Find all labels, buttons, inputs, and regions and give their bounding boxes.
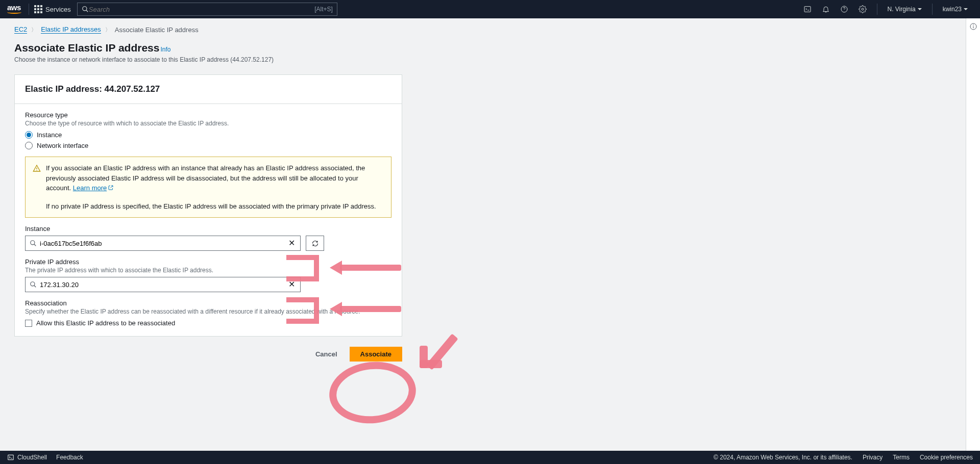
region-selector[interactable]: N. Virginia	[883, 6, 927, 13]
radio-label: Instance	[37, 131, 62, 139]
chevron-down-icon	[964, 8, 968, 10]
private-ip-field[interactable]	[40, 281, 287, 289]
reassociation-hint: Specify whether the Elastic IP address c…	[25, 308, 391, 315]
terms-link[interactable]: Terms	[893, 454, 910, 461]
settings-icon[interactable]	[853, 0, 872, 18]
reassociation-label: Reassociation	[25, 299, 391, 307]
info-link[interactable]: Info	[160, 46, 170, 53]
svg-point-8	[31, 282, 35, 286]
checkbox-label: Allow this Elastic IP address to be reas…	[36, 319, 175, 327]
panel: Elastic IP address: 44.207.52.127 Resour…	[14, 74, 402, 337]
alert-text-2: If no private IP address is specified, t…	[46, 201, 384, 212]
private-ip-label: Private IP address	[25, 258, 391, 266]
breadcrumb-current: Associate Elastic IP address	[115, 26, 199, 34]
cancel-button[interactable]: Cancel	[310, 347, 342, 361]
svg-rect-2	[804, 7, 811, 12]
svg-point-12	[973, 25, 973, 25]
radio-label: Network interface	[37, 142, 88, 149]
divider	[932, 4, 933, 15]
external-link-icon	[108, 185, 114, 191]
panel-header: Elastic IP address: 44.207.52.127	[15, 75, 402, 104]
breadcrumb-ec2[interactable]: EC2	[14, 25, 27, 34]
services-label: Services	[45, 6, 71, 13]
copyright: © 2024, Amazon Web Services, Inc. or its…	[714, 454, 852, 461]
warning-icon	[33, 164, 41, 211]
grid-icon	[34, 5, 42, 13]
search-icon	[30, 281, 37, 288]
divider	[877, 4, 877, 15]
search-icon	[82, 6, 89, 13]
resource-type-label: Resource type	[25, 111, 391, 119]
feedback-link[interactable]: Feedback	[56, 454, 83, 461]
cookie-link[interactable]: Cookie preferences	[920, 454, 973, 461]
top-nav: aws Services [Alt+S] N. Virginia kwin23	[0, 0, 980, 18]
svg-point-5	[36, 170, 37, 170]
instance-field[interactable]	[40, 240, 287, 247]
breadcrumb-eip[interactable]: Elastic IP addresses	[41, 25, 101, 34]
radio-network-interface[interactable]: Network interface	[25, 142, 391, 149]
svg-line-9	[34, 286, 36, 288]
account-menu[interactable]: kwin23	[938, 6, 973, 13]
warning-alert: If you associate an Elastic IP address w…	[25, 157, 391, 218]
chevron-right-icon: 〉	[105, 26, 111, 34]
page-description: Choose the instance or network interface…	[14, 56, 951, 63]
main-content: EC2 〉 Elastic IP addresses 〉 Associate E…	[0, 18, 966, 451]
instance-label: Instance	[25, 225, 391, 233]
clear-icon[interactable]: ✕	[287, 280, 296, 289]
divider	[29, 4, 29, 15]
svg-line-1	[86, 10, 88, 12]
page-title: Associate Elastic IP address	[14, 42, 159, 54]
services-button[interactable]: Services	[34, 5, 71, 13]
associate-button[interactable]: Associate	[350, 347, 402, 362]
refresh-button[interactable]	[306, 236, 324, 251]
breadcrumb: EC2 〉 Elastic IP addresses 〉 Associate E…	[14, 25, 951, 34]
info-icon	[969, 22, 977, 31]
help-icon[interactable]	[835, 0, 853, 18]
svg-rect-13	[8, 455, 14, 459]
svg-point-6	[31, 241, 35, 245]
reassociation-checkbox-row[interactable]: Allow this Elastic IP address to be reas…	[25, 319, 391, 327]
checkbox-icon	[25, 320, 32, 327]
private-ip-hint: The private IP address with which to ass…	[25, 267, 391, 274]
chevron-right-icon: 〉	[31, 26, 37, 34]
svg-point-4	[862, 8, 864, 10]
search-box[interactable]: [Alt+S]	[77, 3, 337, 16]
radio-instance[interactable]: Instance	[25, 131, 391, 139]
aws-logo[interactable]: aws	[7, 5, 21, 14]
notifications-icon[interactable]	[817, 0, 835, 18]
cloudshell-icon[interactable]	[798, 0, 817, 18]
resource-type-hint: Choose the type of resource with which t…	[25, 120, 391, 127]
search-icon	[30, 240, 37, 247]
svg-point-0	[83, 7, 87, 11]
learn-more-link[interactable]: Learn more	[73, 184, 114, 192]
private-ip-input[interactable]: ✕	[25, 277, 301, 292]
radio-icon	[25, 131, 33, 139]
action-bar: Cancel Associate	[14, 347, 402, 362]
radio-icon	[25, 142, 33, 149]
footer: CloudShell Feedback © 2024, Amazon Web S…	[0, 451, 980, 464]
search-input[interactable]	[89, 6, 314, 13]
chevron-down-icon	[918, 8, 922, 10]
search-hint: [Alt+S]	[314, 6, 333, 13]
svg-line-7	[34, 244, 36, 246]
help-panel-toggle[interactable]	[966, 18, 980, 451]
instance-input[interactable]: ✕	[25, 236, 301, 251]
cloudshell-button[interactable]: CloudShell	[7, 454, 47, 461]
privacy-link[interactable]: Privacy	[863, 454, 883, 461]
clear-icon[interactable]: ✕	[287, 239, 296, 247]
